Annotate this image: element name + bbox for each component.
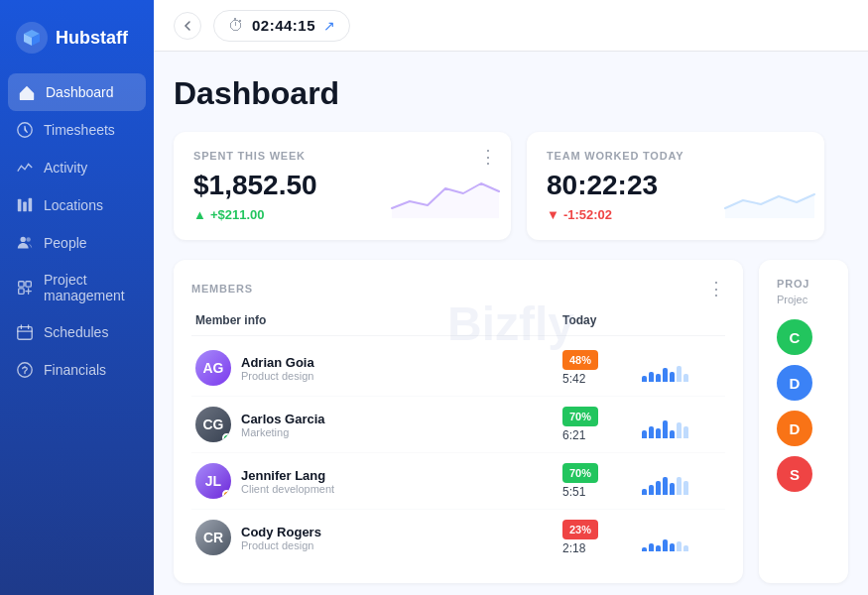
svg-rect-7 [19, 282, 24, 287]
today-time-2: 5:51 [562, 485, 585, 499]
svg-point-5 [21, 237, 26, 242]
back-button[interactable] [174, 12, 201, 40]
today-col-3: 23% 2:18 [562, 520, 642, 555]
pct-badge-1: 70% [562, 407, 598, 426]
member-name-2: Jennifer Lang [241, 468, 334, 483]
avatar-0: AG [195, 350, 231, 386]
today-col-2: 70% 5:51 [562, 463, 642, 499]
project-avatar-3[interactable]: S [777, 456, 812, 492]
member-role-1: Marketing [241, 426, 325, 438]
mini-chart-3 [642, 524, 721, 551]
svg-rect-10 [18, 327, 32, 340]
members-label: MEMBERS [191, 283, 253, 295]
team-card: TEAM WORKED TODAY 80:22:23 ▼ -1:52:02 [527, 132, 824, 240]
members-card: MEMBERS ⋮ Member info Today AG Adri [174, 260, 743, 583]
hubstaff-logo-icon [16, 22, 48, 54]
pct-badge-2: 70% [562, 463, 598, 483]
stats-cards: SPENT THIS WEEK ⋮ $1,852.50 ▲ +$211.00 T… [174, 132, 848, 240]
projects-card: PROJ Projec C D D S [759, 260, 848, 583]
svg-rect-9 [19, 289, 24, 294]
col-member: Member info [195, 313, 562, 327]
table-header: Member info Today [191, 313, 725, 336]
topbar: ⏱ 02:44:15 ↗ [154, 0, 868, 52]
sidebar-item-financials[interactable]: Financials [0, 351, 154, 389]
activity-icon [16, 159, 34, 177]
sidebar-item-people[interactable]: People [0, 224, 154, 262]
avatar-1: CG [195, 407, 231, 442]
logo-text: Hubstaff [56, 28, 128, 49]
spent-label: SPENT THIS WEEK [193, 150, 491, 162]
sidebar-item-dashboard[interactable]: Dashboard [8, 73, 146, 111]
online-indicator-2 [222, 490, 231, 499]
table-row: CR Cody Rogers Product design 23% 2:18 [191, 510, 725, 565]
bottom-row: MEMBERS ⋮ Member info Today AG Adri [174, 260, 848, 583]
member-name-3: Cody Rogers [241, 525, 321, 539]
team-label: TEAM WORKED TODAY [547, 150, 805, 162]
member-role-2: Client development [241, 483, 334, 495]
member-name-1: Carlos Garcia [241, 412, 325, 426]
member-role-3: Product design [241, 539, 321, 551]
content-area: Bizfly Dashboard SPENT THIS WEEK ⋮ $1,85… [154, 52, 868, 595]
spent-sparkline [392, 174, 501, 222]
members-header: MEMBERS ⋮ [191, 278, 725, 299]
sidebar-item-timesheets[interactable]: Timesheets [0, 111, 154, 149]
sidebar-item-locations[interactable]: Locations [0, 186, 154, 224]
main-content: ⏱ 02:44:15 ↗ Bizfly Dashboard SPENT THIS… [154, 0, 868, 595]
expand-icon[interactable]: ↗ [323, 18, 335, 34]
projects-sublabel: Projec [777, 294, 830, 305]
today-time-0: 5:42 [562, 372, 585, 386]
member-info-1: CG Carlos Garcia Marketing [195, 407, 562, 442]
avatar-3: CR [195, 520, 231, 555]
timer-value: 02:44:15 [252, 17, 315, 34]
members-more-button[interactable]: ⋮ [707, 278, 725, 299]
today-time-1: 6:21 [562, 428, 585, 442]
project-icon [16, 279, 34, 297]
logo-area: Hubstaff [0, 10, 154, 73]
project-avatar-2[interactable]: D [777, 411, 812, 446]
svg-rect-3 [23, 201, 27, 211]
mini-chart-0 [642, 354, 721, 382]
svg-rect-8 [26, 282, 31, 287]
spent-more-button[interactable]: ⋮ [479, 146, 497, 168]
project-avatar-0[interactable]: C [777, 319, 812, 355]
team-sparkline [725, 178, 814, 222]
svg-point-11 [18, 363, 32, 377]
member-info-2: JL Jennifer Lang Client development [195, 463, 562, 499]
projects-label: PROJ [777, 278, 830, 290]
today-time-3: 2:18 [562, 541, 585, 555]
page-title: Dashboard [174, 75, 848, 112]
down-arrow-icon: ▼ [547, 207, 559, 222]
schedules-icon [16, 323, 34, 341]
people-icon [16, 234, 34, 252]
timesheets-icon [16, 121, 34, 139]
up-arrow-icon: ▲ [193, 207, 206, 222]
table-row: CG Carlos Garcia Marketing 70% 6:21 [191, 397, 725, 453]
table-row: AG Adrian Goia Product design 48% 5:42 [191, 340, 725, 397]
project-avatar-1[interactable]: D [777, 365, 812, 401]
svg-rect-4 [29, 198, 33, 212]
timer-icon: ⏱ [228, 17, 244, 35]
svg-rect-2 [18, 199, 22, 212]
pct-badge-3: 23% [562, 520, 598, 539]
locations-icon [16, 196, 34, 214]
today-col-1: 70% 6:21 [562, 407, 642, 442]
dashboard-icon [18, 83, 36, 101]
member-role-0: Product design [241, 370, 314, 382]
financials-icon [16, 361, 34, 379]
mini-chart-1 [642, 411, 721, 438]
today-col-0: 48% 5:42 [562, 350, 642, 386]
member-info-0: AG Adrian Goia Product design [195, 350, 562, 386]
pct-badge-0: 48% [562, 350, 598, 370]
sidebar-item-activity[interactable]: Activity [0, 149, 154, 186]
sidebar-item-schedules[interactable]: Schedules [0, 313, 154, 351]
online-indicator-1 [222, 433, 231, 442]
member-name-0: Adrian Goia [241, 355, 314, 370]
sidebar: Hubstaff Dashboard Timesheets Activity L… [0, 0, 154, 595]
member-info-3: CR Cody Rogers Product design [195, 520, 562, 555]
timer-widget[interactable]: ⏱ 02:44:15 ↗ [213, 10, 350, 42]
table-row: JL Jennifer Lang Client development 70% … [191, 453, 725, 510]
avatar-2: JL [195, 463, 231, 499]
sidebar-item-project-management[interactable]: Project management [0, 262, 154, 313]
mini-chart-2 [642, 467, 721, 495]
col-today: Today [562, 313, 642, 327]
